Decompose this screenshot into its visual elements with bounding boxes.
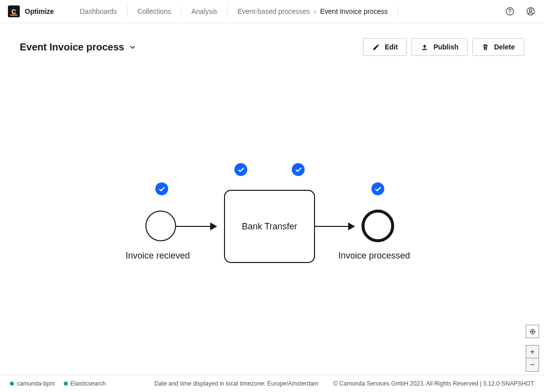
nav-dashboards[interactable]: Dashboards — [70, 5, 127, 17]
brand-name: Optimize — [25, 7, 54, 15]
breadcrumb-separator: › — [314, 7, 317, 15]
status-dot-icon — [10, 382, 14, 386]
title-bar: Event Invoice process Edit Publish Delet… — [0, 23, 544, 65]
recenter-button[interactable] — [526, 325, 539, 338]
app-logo: C — [8, 5, 20, 17]
header-actions — [504, 6, 536, 17]
publish-button[interactable]: Publish — [411, 38, 468, 56]
crosshair-icon — [529, 328, 536, 335]
svg-point-3 — [530, 9, 532, 11]
zoom-in-button[interactable]: + — [526, 345, 539, 358]
end-event-label: Invoice processed — [338, 251, 410, 261]
zoom-out-button[interactable]: − — [526, 358, 539, 372]
main-nav: Dashboards Collections Analysis Event-ba… — [70, 0, 398, 23]
check-icon[interactable] — [371, 182, 384, 195]
breadcrumb: Event-based processes › Event Invoice pr… — [227, 5, 398, 17]
user-icon[interactable] — [525, 6, 536, 17]
diagram-canvas[interactable]: Invoice recieved Bank Transfer Invoice p… — [0, 65, 544, 377]
timezone-info: Date and time displayed in local timezon… — [154, 380, 318, 387]
task-label: Bank Transfer — [242, 221, 297, 232]
page-title-text: Event Invoice process — [20, 42, 124, 53]
status-elastic: Elasticsearch — [64, 380, 106, 387]
task-node[interactable]: Bank Transfer — [224, 190, 315, 263]
footer: camunda-bpm Elasticsearch Date and time … — [0, 375, 544, 392]
breadcrumb-parent[interactable]: Event-based processes — [237, 7, 310, 15]
start-event-node[interactable] — [145, 211, 176, 241]
pencil-icon — [372, 44, 380, 51]
check-icon[interactable] — [155, 182, 168, 195]
sequence-flow-2[interactable] — [315, 226, 355, 227]
status-dot-icon — [64, 382, 68, 386]
status-camunda: camunda-bpm — [10, 380, 55, 387]
svg-point-1 — [509, 13, 510, 13]
status-camunda-label: camunda-bpm — [17, 380, 55, 387]
zoom-controls: + − — [526, 345, 539, 372]
help-icon[interactable] — [504, 6, 515, 17]
delete-button[interactable]: Delete — [472, 38, 524, 56]
map-controls: + − — [526, 325, 539, 372]
publish-icon — [421, 44, 428, 51]
page-actions: Edit Publish Delete — [363, 38, 524, 56]
check-icon[interactable] — [234, 163, 247, 176]
chevron-down-icon — [129, 44, 136, 50]
edit-button[interactable]: Edit — [363, 38, 407, 56]
nav-collections[interactable]: Collections — [127, 5, 181, 17]
sequence-flow-1[interactable] — [176, 226, 217, 227]
svg-point-5 — [532, 331, 533, 332]
delete-label: Delete — [494, 43, 515, 51]
nav-analysis[interactable]: Analysis — [181, 5, 227, 17]
status-elastic-label: Elasticsearch — [71, 380, 106, 387]
app-header: C Optimize Dashboards Collections Analys… — [0, 0, 544, 23]
edit-label: Edit — [385, 43, 398, 51]
check-icon[interactable] — [292, 163, 305, 176]
publish-label: Publish — [433, 43, 458, 51]
page-title[interactable]: Event Invoice process — [20, 42, 136, 53]
trash-icon — [482, 44, 489, 51]
end-event-node[interactable] — [362, 210, 394, 242]
start-event-label: Invoice recieved — [126, 251, 190, 261]
breadcrumb-current: Event Invoice process — [320, 5, 398, 17]
copyright: © Camunda Services GmbH 2023, All Rights… — [333, 380, 534, 387]
